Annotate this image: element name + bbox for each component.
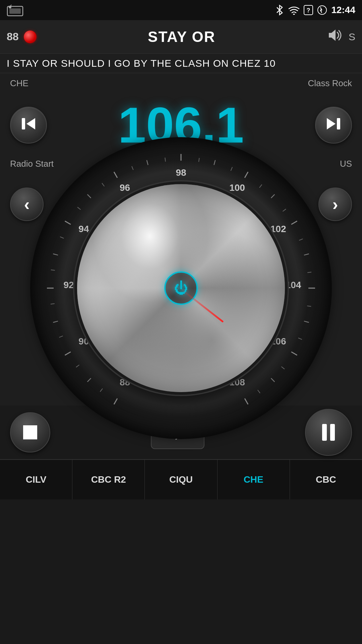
svg-text:94: 94 bbox=[78, 224, 89, 234]
tuner-area[interactable]: ‹ › 88 90 bbox=[0, 171, 362, 406]
preset-cilv[interactable]: CILV bbox=[0, 460, 72, 499]
ticker-text: I STAY OR SHOULD I GO BY THE CLASH ON CH… bbox=[0, 58, 276, 69]
presets-bar: CILV CBC R2 CIQU CHE CBC bbox=[0, 459, 362, 499]
status-left bbox=[7, 4, 23, 16]
svg-line-33 bbox=[87, 195, 91, 198]
power-button[interactable]: ⏻ bbox=[164, 271, 198, 305]
skip-forward-svg bbox=[325, 117, 342, 131]
svg-line-17 bbox=[100, 388, 103, 391]
region-label: US bbox=[340, 159, 352, 169]
svg-text:88: 88 bbox=[120, 377, 130, 387]
svg-line-53 bbox=[304, 254, 309, 255]
header: 88 STAY OR S bbox=[0, 20, 362, 54]
svg-line-57 bbox=[307, 306, 311, 307]
stop-icon bbox=[23, 425, 37, 439]
question-icon: ? bbox=[304, 5, 313, 15]
preset-ciqu[interactable]: CIQU bbox=[145, 460, 217, 499]
preset-cbc[interactable]: CBC bbox=[290, 460, 362, 499]
svg-line-55 bbox=[291, 352, 297, 355]
preset-che[interactable]: CHE bbox=[218, 460, 290, 499]
bluetooth-icon bbox=[275, 5, 284, 15]
svg-line-30 bbox=[114, 172, 117, 178]
svg-line-52 bbox=[299, 239, 303, 240]
svg-line-13 bbox=[114, 398, 117, 404]
svg-rect-10 bbox=[22, 118, 25, 129]
svg-line-60 bbox=[245, 398, 248, 404]
svg-line-32 bbox=[77, 207, 80, 210]
svg-line-15 bbox=[65, 352, 71, 355]
svg-line-49 bbox=[283, 209, 286, 211]
svg-line-58 bbox=[304, 321, 309, 322]
svg-rect-1 bbox=[9, 8, 21, 14]
channel-number: 88 bbox=[7, 31, 19, 43]
svg-line-25 bbox=[65, 221, 71, 224]
svg-line-42 bbox=[199, 158, 199, 162]
header-left: 88 bbox=[7, 31, 37, 43]
svg-text:98: 98 bbox=[176, 167, 186, 178]
svg-marker-9 bbox=[26, 118, 35, 129]
svg-line-59 bbox=[298, 338, 302, 339]
status-icons: ? 12:44 bbox=[275, 5, 355, 15]
pause-bar-left bbox=[322, 424, 327, 441]
next-button[interactable]: › bbox=[318, 187, 352, 221]
pause-button[interactable] bbox=[305, 409, 352, 456]
svg-line-63 bbox=[271, 378, 275, 382]
stop-button[interactable] bbox=[10, 412, 50, 452]
prev-station-icon bbox=[20, 117, 37, 134]
skip-back-svg bbox=[20, 117, 37, 131]
pause-bar-right bbox=[330, 424, 335, 441]
svg-marker-11 bbox=[327, 118, 336, 129]
svg-line-34 bbox=[102, 183, 104, 186]
time-display: 12:44 bbox=[331, 5, 355, 15]
svg-line-29 bbox=[60, 237, 64, 238]
svg-line-64 bbox=[258, 390, 260, 393]
prev-chevron-icon: ‹ bbox=[24, 195, 30, 214]
tuner-knob[interactable]: ⏻ bbox=[77, 184, 285, 392]
svg-text:104: 104 bbox=[286, 280, 301, 290]
svg-line-45 bbox=[291, 221, 297, 224]
dial-ring[interactable]: 88 90 92 94 bbox=[30, 137, 332, 439]
preset-cbc-r2[interactable]: CBC R2 bbox=[72, 460, 145, 499]
status-bar: ? 12:44 bbox=[0, 0, 362, 20]
svg-line-47 bbox=[259, 184, 262, 187]
record-indicator bbox=[24, 31, 37, 43]
svg-line-40 bbox=[245, 172, 248, 178]
svg-line-39 bbox=[165, 158, 165, 162]
header-title: STAY OR bbox=[148, 29, 215, 45]
svg-line-54 bbox=[307, 272, 311, 272]
wifi-icon bbox=[288, 5, 300, 15]
svg-marker-8 bbox=[329, 30, 336, 41]
svg-line-28 bbox=[53, 254, 58, 255]
svg-line-38 bbox=[147, 160, 148, 165]
prev-station-button[interactable] bbox=[10, 107, 47, 144]
svg-text:92: 92 bbox=[63, 280, 74, 290]
svg-text:102: 102 bbox=[270, 224, 286, 234]
svg-line-23 bbox=[53, 321, 58, 322]
next-station-icon bbox=[325, 117, 342, 134]
svg-text:?: ? bbox=[307, 7, 310, 14]
svg-line-62 bbox=[281, 367, 284, 369]
station-right-label: Class Rock bbox=[308, 78, 352, 89]
station-info: CHE Class Rock bbox=[0, 73, 362, 93]
station-left-label: CHE bbox=[10, 78, 28, 89]
ticker: I STAY OR SHOULD I GO BY THE CLASH ON CH… bbox=[0, 54, 362, 73]
svg-text:96: 96 bbox=[120, 182, 130, 193]
svg-line-19 bbox=[76, 365, 79, 367]
volume-icon[interactable] bbox=[327, 28, 344, 45]
svg-line-27 bbox=[51, 270, 55, 270]
volume-svg bbox=[327, 28, 344, 42]
prev-button[interactable]: ‹ bbox=[10, 187, 44, 221]
radio-app-icon bbox=[7, 4, 23, 16]
svg-line-44 bbox=[231, 167, 232, 171]
svg-line-24 bbox=[51, 304, 55, 304]
svg-text:100: 100 bbox=[229, 182, 245, 193]
header-s-label: S bbox=[349, 31, 355, 43]
svg-line-48 bbox=[271, 195, 275, 198]
radio-start-label: Radio Start bbox=[10, 159, 54, 169]
svg-line-37 bbox=[132, 166, 133, 170]
pause-icon bbox=[322, 424, 335, 441]
svg-text:106: 106 bbox=[270, 336, 286, 346]
next-station-button[interactable] bbox=[315, 107, 352, 144]
svg-line-43 bbox=[214, 160, 215, 165]
svg-text:90: 90 bbox=[78, 336, 89, 346]
